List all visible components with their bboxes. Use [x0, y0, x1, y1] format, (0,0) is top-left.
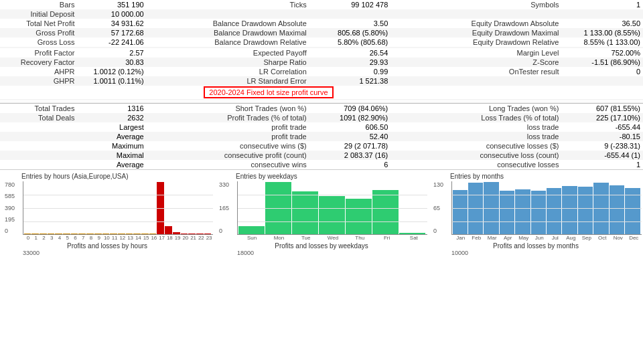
bar	[173, 232, 180, 234]
stat-value: 99 102 478	[309, 0, 391, 9]
x-axis-label: 4	[56, 235, 64, 241]
stat-value: Average	[77, 160, 146, 169]
x-axis-label: Sat	[401, 235, 427, 241]
x-axis-label: 20	[182, 235, 190, 241]
bar	[562, 186, 577, 234]
bar	[94, 234, 102, 234]
stat-value: 5.80% (805.68)	[309, 37, 391, 47]
stat-label: Balance Drawdown Relative	[147, 37, 309, 47]
stat-label: Sharpe Ratio	[147, 58, 309, 67]
stat-value: 225 (17.10%)	[561, 113, 643, 122]
x-axis-label: 2	[40, 235, 48, 241]
x-axis-label: 8	[87, 235, 95, 241]
stat-value: 2.57	[77, 48, 146, 58]
bar	[399, 233, 425, 234]
stat-label: Total Deals	[0, 113, 77, 122]
bar	[610, 185, 624, 234]
profit-curve-label: 2020-2024 Fixed lot size profit curve	[204, 86, 333, 98]
x-axis-label: Feb	[469, 235, 485, 241]
stat-value: 1316	[77, 104, 146, 114]
x-axis-label: 14	[135, 235, 143, 241]
bar	[188, 234, 196, 234]
hours-chart-title: Entries by hours (Asia,Europe,USA)	[1, 173, 213, 180]
stat-label	[390, 76, 561, 86]
stat-label: Equity Drawdown Relative	[390, 37, 561, 47]
stat-value: 607 (81.55%)	[561, 104, 643, 114]
stat-label: Symbols	[390, 0, 561, 9]
y-axis-labels: 130650	[433, 181, 443, 234]
stat-value	[561, 76, 643, 86]
charts-section: Entries by hours (Asia,Europe,USA) 78058…	[0, 169, 643, 256]
stat-label: Recovery Factor	[0, 58, 77, 67]
y-axis-labels: 3301650	[219, 181, 229, 234]
stat-label: Ticks	[147, 0, 309, 9]
stat-value: -655.44 (1)	[561, 151, 643, 160]
stat-value: 1 133.00 (8.55%)	[561, 28, 643, 37]
stat-label	[0, 132, 77, 141]
stat-label	[0, 160, 77, 169]
y-axis-labels: 7805853901950	[5, 181, 15, 234]
stat-value: -22 241.06	[77, 37, 146, 47]
months-chart-title: Entries by months	[430, 173, 642, 180]
bar	[453, 190, 468, 234]
stat-value: -1.51 (86.90%)	[561, 58, 643, 67]
x-axis-label: 11	[111, 235, 119, 241]
x-axis-label: May	[516, 235, 532, 241]
stat-value: 805.68 (5.80%)	[309, 28, 391, 37]
stat-value: 1.0012 (0.12%)	[77, 67, 146, 76]
stat-label: Gross Loss	[0, 37, 77, 47]
stat-label: Profit Factor	[0, 48, 77, 58]
stat-value: -655.44	[561, 122, 643, 132]
hours-bar-chart: 7805853901950	[23, 181, 213, 235]
bar	[165, 226, 172, 234]
bar	[149, 234, 157, 234]
x-axis-label: Oct	[595, 235, 611, 241]
weekdays-bottom-label: Profits and losses by weekdays	[216, 242, 427, 250]
x-axis-label: Sun	[238, 235, 265, 241]
stat-label: Equity Drawdown Maximal	[390, 28, 561, 37]
stat-value: 36.50	[561, 19, 643, 28]
stat-value: 1091 (82.90%)	[309, 113, 391, 122]
stat-value: 606.50	[309, 122, 391, 132]
weekdays-chart-title: Entries by weekdays	[216, 173, 427, 180]
stat-value: 351 190	[77, 0, 146, 9]
x-axis-label: 17	[158, 235, 166, 241]
stat-label: Balance Drawdown Absolute	[147, 19, 309, 28]
bar	[102, 234, 110, 234]
bar	[578, 187, 593, 234]
x-axis-label: 6	[72, 235, 80, 241]
bar	[500, 191, 514, 234]
stat-label: consecutive wins ($)	[147, 141, 309, 151]
x-axis-label: 16	[150, 235, 158, 241]
bar	[372, 190, 399, 234]
stat-value	[309, 9, 391, 19]
stat-value: -80.15	[561, 132, 643, 141]
stat-label: Loss Trades (% of total)	[390, 113, 561, 122]
months-bottom-value: 10000	[430, 250, 642, 256]
stat-label: Z-Score	[390, 58, 561, 67]
stat-label: consecutive losses ($)	[390, 141, 561, 151]
bar	[531, 191, 546, 234]
stat-value: 29 (2 071.78)	[309, 141, 391, 151]
stat-value: Largest	[77, 122, 146, 132]
stat-label: Gross Profit	[0, 28, 77, 37]
stat-label: Margin Level	[390, 48, 561, 58]
stat-value: 29.93	[309, 58, 391, 67]
x-axis-label: Fri	[373, 235, 400, 241]
bar	[110, 234, 117, 234]
stat-value: Maximal	[77, 151, 146, 160]
bar	[181, 234, 188, 235]
stat-label	[0, 141, 77, 151]
months-bottom-label: Profits and losses by months	[430, 242, 642, 250]
x-axis-label: 10	[103, 235, 111, 241]
bar	[133, 234, 141, 234]
stat-value: 26.54	[309, 48, 391, 58]
x-axis-label: 18	[166, 235, 174, 241]
x-axis-label: 13	[127, 235, 135, 241]
x-axis-label: Mar	[484, 235, 500, 241]
bar	[319, 196, 345, 234]
bar	[78, 234, 86, 234]
stat-label: Bars	[0, 0, 77, 9]
stat-label: profit trade	[147, 132, 309, 141]
bar	[48, 234, 55, 234]
